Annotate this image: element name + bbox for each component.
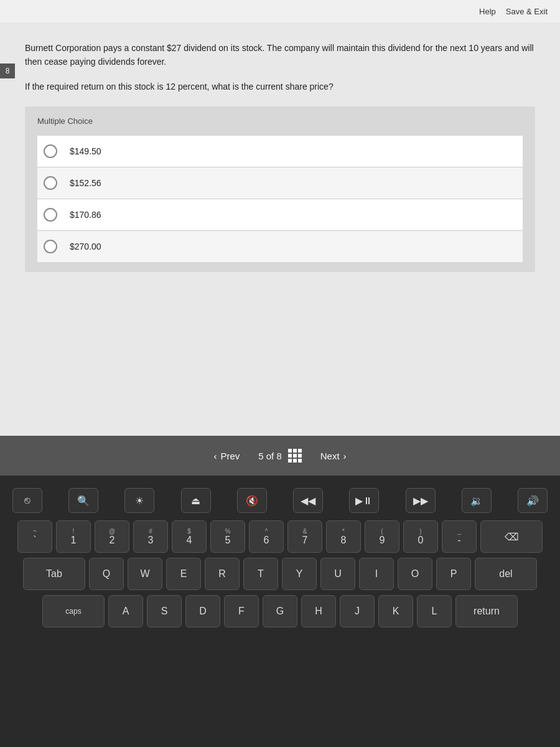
kb-key-8[interactable]: *8 (326, 520, 361, 553)
kb-key-e[interactable]: E (166, 558, 201, 590)
kb-key-a[interactable]: A (108, 595, 143, 627)
grid-dot (298, 454, 302, 458)
kb-key-esc[interactable]: ⎋ (12, 488, 42, 513)
grid-dot (288, 454, 292, 458)
next-label: Next (320, 451, 340, 461)
kb-key-7[interactable]: &7 (287, 520, 322, 553)
kb-key-s[interactable]: S (147, 595, 182, 627)
kb-key-k[interactable]: K (378, 595, 413, 627)
keyboard-number-row: ~` !1 @2 #3 $4 %5 ^6 &7 *8 (9 )0 _- ⌫ (12, 520, 548, 553)
kb-key-w[interactable]: W (128, 558, 162, 590)
keyboard-qwerty-row: Tab Q W E R T Y U I O P del (12, 558, 548, 590)
grid-dot (293, 459, 297, 463)
option-a-text: $149.50 (70, 146, 101, 156)
kb-key-p[interactable]: P (436, 558, 471, 590)
prev-label: Prev (220, 451, 240, 461)
content-area: 8 Burnett Corporation pays a constant $2… (0, 22, 560, 508)
kb-key-i[interactable]: I (359, 558, 394, 590)
kb-key-f8[interactable]: 🔉 (462, 488, 492, 513)
grid-dot (293, 449, 297, 453)
kb-key-f2[interactable]: ☀ (124, 488, 154, 513)
kb-key-delete[interactable]: del (475, 558, 537, 590)
kb-key-u[interactable]: U (320, 558, 355, 590)
option-c-row[interactable]: $170.86 (37, 199, 523, 231)
grid-dot (288, 449, 292, 453)
kb-key-f6[interactable]: ▶⏸ (349, 488, 379, 513)
prev-button[interactable]: ‹ Prev (213, 451, 240, 461)
next-button[interactable]: Next › (320, 451, 347, 461)
kb-key-l[interactable]: L (417, 595, 452, 627)
kb-key-3[interactable]: #3 (133, 520, 168, 553)
keyboard-function-row: ⎋ 🔍 ☀ ⏏ 🔇 ◀◀ ▶⏸ ▶▶ 🔉 🔊 (12, 488, 548, 513)
kb-key-9[interactable]: (9 (365, 520, 399, 553)
grid-dot (293, 454, 297, 458)
option-b-text: $152.56 (70, 178, 101, 188)
kb-key-2[interactable]: @2 (95, 520, 129, 553)
kb-key-tilde[interactable]: ~` (17, 520, 52, 553)
kb-key-y[interactable]: Y (282, 558, 317, 590)
page-display: 5 of 8 (258, 451, 282, 461)
grid-dot (298, 459, 302, 463)
save-exit-button[interactable]: Save & Exit (506, 7, 548, 16)
kb-key-r[interactable]: R (205, 558, 240, 590)
kb-key-f4[interactable]: 🔇 (237, 488, 267, 513)
sub-question-text: If the required return on this stock is … (25, 82, 535, 92)
grid-dot (288, 459, 292, 463)
kb-key-6[interactable]: ^6 (249, 520, 284, 553)
question-number: 8 (0, 63, 15, 78)
top-bar: Help Save & Exit (0, 0, 560, 22)
answer-card: Multiple Choice $149.50 $152.56 $170.86 … (25, 106, 535, 272)
kb-key-d[interactable]: D (185, 595, 220, 627)
kb-key-t[interactable]: T (243, 558, 278, 590)
keyboard-area: ⎋ 🔍 ☀ ⏏ 🔇 ◀◀ ▶⏸ ▶▶ 🔉 🔊 ~` !1 @2 #3 $4 %5… (0, 476, 560, 747)
next-chevron-icon: › (343, 451, 347, 461)
radio-a[interactable] (44, 144, 57, 158)
option-d-text: $270.00 (70, 242, 101, 251)
radio-c[interactable] (44, 208, 57, 222)
kb-key-tab[interactable]: Tab (23, 558, 85, 590)
kb-key-j[interactable]: J (340, 595, 375, 627)
question-type-label: Multiple Choice (37, 116, 523, 126)
kb-key-1[interactable]: !1 (56, 520, 91, 553)
kb-key-return[interactable]: return (455, 595, 518, 627)
page-info: 5 of 8 (258, 449, 302, 463)
option-c-text: $170.86 (70, 210, 101, 220)
kb-key-5[interactable]: %5 (210, 520, 245, 553)
kb-key-f3[interactable]: ⏏ (181, 488, 211, 513)
kb-key-f1[interactable]: 🔍 (68, 488, 98, 513)
kb-key-caps[interactable]: caps (42, 595, 105, 627)
kb-key-backspace[interactable]: ⌫ (480, 520, 543, 553)
kb-key-h[interactable]: H (301, 595, 336, 627)
kb-key-f[interactable]: F (224, 595, 259, 627)
kb-key-4[interactable]: $4 (172, 520, 207, 553)
radio-b[interactable] (44, 176, 57, 190)
radio-d[interactable] (44, 240, 57, 253)
kb-key-f5[interactable]: ◀◀ (293, 488, 323, 513)
kb-key-g[interactable]: G (263, 595, 297, 627)
kb-key-0[interactable]: )0 (403, 520, 438, 553)
help-button[interactable]: Help (479, 7, 496, 16)
kb-key-o[interactable]: O (398, 558, 432, 590)
question-text-line1: Burnett Corporation pays a constant $27 … (25, 41, 535, 69)
question-text-block: Burnett Corporation pays a constant $27 … (25, 41, 535, 92)
option-a-row[interactable]: $149.50 (37, 136, 523, 167)
prev-chevron-icon: ‹ (213, 451, 217, 461)
keyboard-home-row: caps A S D F G H J K L return (12, 595, 548, 627)
kb-key-f7[interactable]: ▶▶ (406, 488, 436, 513)
kb-key-minus[interactable]: _- (442, 520, 477, 553)
grid-dot (298, 449, 302, 453)
navigation-bar: ‹ Prev 5 of 8 Next › (0, 436, 560, 476)
kb-key-q[interactable]: Q (89, 558, 124, 590)
grid-icon[interactable] (288, 449, 302, 463)
option-b-row[interactable]: $152.56 (37, 167, 523, 199)
kb-key-f9[interactable]: 🔊 (518, 488, 548, 513)
option-d-row[interactable]: $270.00 (37, 231, 523, 262)
